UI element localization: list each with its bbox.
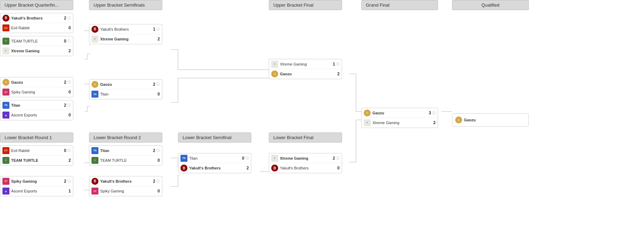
logo-ascent: ▲	[2, 188, 9, 195]
logo-rabbit: ER	[2, 147, 9, 154]
lbsf-label: Lower Bracket Semifinal	[178, 132, 251, 143]
team-name: Yakult's Brothers	[100, 179, 150, 183]
table-row: B Yakult's Brothers 2 ⓘ	[89, 176, 162, 186]
logo-yakult: B	[271, 165, 278, 172]
score: 0	[156, 189, 160, 193]
info-icon[interactable]: ⓘ	[156, 82, 160, 87]
team-name: Yakult's Brothers	[11, 16, 61, 20]
ubq-match2: T TEAM TURTLE 0 ⓘ ✦ Xtreme Gaming 2	[0, 36, 73, 56]
info-icon[interactable]: ⓘ	[156, 148, 160, 153]
team-name: Xtreme Gaming	[280, 62, 330, 66]
ubs-match1: B Yakult's Brothers 1 ⓘ ✦ Xtreme Gaming …	[89, 24, 162, 44]
table-row: TN Titan 2 ⓘ	[89, 146, 162, 155]
score: 0	[156, 158, 160, 163]
info-icon[interactable]: ⓘ	[67, 39, 71, 44]
table-row: B Yakult's Brothers 1 ⓘ	[89, 24, 162, 34]
score: 0	[67, 90, 71, 94]
logo-spiky: SP	[2, 178, 9, 185]
team-name: Evil Rabbit	[11, 149, 61, 153]
team-name: Spiky Gaming	[11, 90, 65, 94]
team-name: Yakult's Brothers	[189, 166, 243, 170]
score: 2	[67, 158, 71, 163]
info-icon[interactable]: ⓘ	[67, 103, 71, 108]
info-icon[interactable]: ⓘ	[432, 111, 436, 115]
score: 2	[156, 37, 160, 41]
table-row: ER Evil Rabbit 0	[0, 23, 73, 33]
logo-xtreme: ✦	[271, 155, 278, 162]
table-row: ✦ Xtreme Gaming 2	[362, 118, 438, 128]
logo-yakult: B	[2, 15, 9, 22]
score: 0	[62, 148, 66, 153]
team-name: Xtreme Gaming	[11, 49, 65, 53]
table-row: G Gaozu 2	[269, 69, 342, 79]
score: 0	[67, 25, 71, 30]
info-icon[interactable]: ⓘ	[67, 148, 71, 153]
ubs-label: Upper Bracket Semifinals	[89, 0, 162, 10]
info-icon[interactable]: ⓘ	[336, 62, 340, 67]
score: 2	[335, 71, 340, 76]
team-name: Evil Rabbit	[11, 26, 65, 30]
info-icon[interactable]: ⓘ	[156, 27, 160, 32]
table-row: B Yakult's Brothers 0	[269, 163, 342, 173]
table-row: SP Spiky Gaming 2 ⓘ	[0, 176, 73, 186]
table-row: ER Evil Rabbit 0 ⓘ	[0, 146, 73, 155]
score: 1	[67, 189, 71, 193]
score: 1	[151, 27, 155, 32]
team-name: Ascent Esports	[11, 189, 65, 193]
gf-label: Grand Final	[361, 0, 438, 10]
team-name: Gaozu	[372, 111, 425, 115]
team-name: Xtreme Gaming	[100, 37, 154, 41]
score: 2	[151, 82, 155, 87]
logo-gaozu: G	[91, 81, 98, 88]
table-row: ▲ Ascent Esports 0	[0, 110, 73, 120]
score: 2	[62, 103, 66, 108]
team-name: Gaozu	[100, 82, 150, 86]
logo-spiky: SP	[91, 188, 98, 195]
table-row: ✦ Xtreme Gaming 1 ⓘ	[269, 59, 342, 69]
logo-xtreme: ✦	[91, 36, 98, 43]
team-name: Xtreme Gaming	[372, 121, 430, 125]
logo-spiky: SP	[2, 89, 9, 96]
lbr1-match2: SP Spiky Gaming 2 ⓘ ▲ Ascent Esports 1	[0, 176, 73, 196]
table-row: SP Spiky Gaming 0	[89, 186, 162, 196]
score: 2	[431, 120, 436, 125]
team-name: Titan	[11, 103, 61, 107]
score: 2	[151, 179, 155, 184]
team-name: Ascent Esports	[11, 113, 65, 117]
logo-gaozu: G	[271, 70, 278, 77]
info-icon[interactable]: ⓘ	[336, 156, 340, 161]
team-name: Titan	[100, 149, 150, 153]
info-icon[interactable]: ⓘ	[67, 179, 71, 184]
team-name: TEAM TURTLE	[100, 158, 154, 162]
table-row: G Gaozu 2 ⓘ	[0, 77, 73, 87]
logo-yakult: B	[91, 178, 98, 185]
ubq-label: Upper Bracket Quarterfin...	[0, 0, 73, 10]
score: 2	[245, 166, 249, 170]
info-icon[interactable]: ⓘ	[67, 80, 71, 85]
ubf-label: Upper Bracket Final	[269, 0, 342, 10]
ubq-match1: B Yakult's Brothers 2 ⓘ ER Evil Rabbit 0	[0, 13, 73, 33]
table-row: T TEAM TURTLE 2	[0, 155, 73, 165]
table-row: TN Titan 0	[89, 89, 162, 99]
qualified-label: Qualified	[452, 0, 529, 10]
table-row: TN Titan 2 ⓘ	[0, 100, 73, 110]
score: 3	[427, 111, 431, 115]
score: 2	[62, 179, 66, 184]
score: 0	[62, 39, 66, 44]
score: 0	[156, 92, 160, 97]
info-icon[interactable]: ⓘ	[156, 179, 160, 184]
score: 0	[67, 113, 71, 117]
team-name: Yakult's Brothers	[100, 27, 150, 31]
team-name: Xtreme Gaming	[280, 156, 330, 160]
table-row: ▲ Ascent Esports 1	[0, 186, 73, 196]
score: 2	[151, 148, 155, 153]
team-name: Spiky Gaming	[100, 189, 154, 193]
team-name: Spiky Gaming	[11, 179, 61, 183]
logo-titan: TN	[2, 102, 9, 109]
info-icon[interactable]: ⓘ	[67, 16, 71, 21]
score: 2	[67, 48, 71, 53]
info-icon[interactable]: ⓘ	[245, 156, 249, 161]
score: 0	[240, 156, 244, 161]
ubs-match2: G Gaozu 2 ⓘ TN Titan 0	[89, 79, 162, 99]
logo-evilrabbit: ER	[2, 24, 9, 31]
